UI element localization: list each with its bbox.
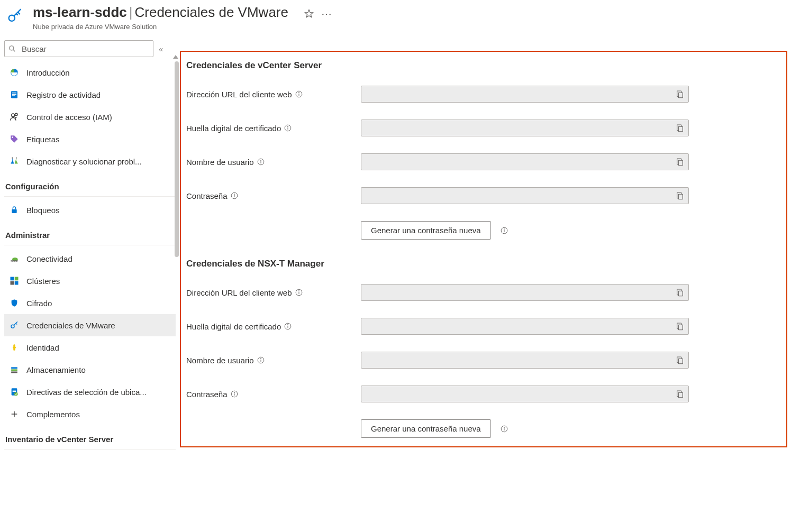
scrollbar[interactable] (175, 61, 179, 257)
sidebar-item-control-acceso[interactable]: Control de acceso (IAM) (4, 106, 176, 128)
svg-rect-21 (15, 277, 19, 281)
field-label: Nombre de usuario (186, 158, 254, 167)
nsxt-username-row: Nombre de usuario (186, 352, 781, 369)
svg-rect-15 (12, 209, 16, 213)
identity-icon (10, 343, 19, 352)
page-title-text: Credenciales de VMware (135, 4, 288, 20)
nsxt-password-field (361, 386, 689, 402)
copy-button[interactable] (675, 355, 685, 365)
info-icon[interactable] (231, 390, 238, 398)
sidebar-item-label: Bloqueos (26, 206, 60, 215)
sidebar-item-almacenamiento[interactable]: Almacenamiento (4, 359, 176, 381)
svg-point-18 (14, 261, 14, 262)
scroll-up-arrow[interactable] (173, 55, 178, 59)
svg-rect-60 (678, 325, 683, 330)
copy-button[interactable] (675, 89, 685, 99)
sidebar-item-bloqueos[interactable]: Bloqueos (4, 199, 176, 221)
info-icon[interactable] (257, 356, 265, 364)
svg-rect-26 (11, 370, 17, 371)
field-label: Dirección URL del cliente web (186, 288, 292, 297)
svg-rect-41 (678, 127, 683, 132)
vcenter-username-row: Nombre de usuario (186, 153, 781, 170)
svg-point-10 (12, 114, 15, 117)
sidebar-item-registro-actividad[interactable]: Registro de actividad (4, 84, 176, 106)
svg-point-55 (298, 291, 299, 291)
main-content: Credenciales de vCenter Server Dirección… (180, 40, 800, 447)
sidebar-item-credenciales-vmware[interactable]: Credenciales de VMware (4, 314, 176, 336)
vcenter-section-title: Credenciales de vCenter Server (186, 60, 781, 71)
encryption-icon (10, 298, 19, 308)
svg-rect-64 (678, 359, 683, 364)
tags-icon (10, 134, 19, 144)
copy-button[interactable] (675, 190, 685, 201)
sidebar-item-label: Clústeres (26, 277, 60, 286)
sidebar-item-conectividad[interactable]: Conectividad (4, 247, 176, 270)
copy-button[interactable] (675, 321, 685, 332)
nsxt-password-row: Contraseña (186, 386, 781, 402)
field-label: Nombre de usuario (186, 356, 254, 365)
info-icon[interactable] (257, 158, 265, 166)
sidebar-item-introduccion[interactable]: Introducción (4, 61, 176, 84)
vcenter-weburl-field (361, 86, 689, 103)
sidebar-item-diagnosticar[interactable]: Diagnosticar y solucionar probl... (4, 150, 176, 172)
addons-icon (10, 409, 19, 419)
sidebar-item-label: Cifrado (26, 299, 52, 308)
svg-rect-7 (12, 93, 16, 93)
search-box (4, 40, 153, 57)
copy-button[interactable] (675, 389, 685, 399)
info-icon[interactable] (501, 227, 508, 234)
page-title: ms-learn-sddc|Credenciales de VMware (33, 4, 288, 21)
sidebar-item-label: Credenciales de VMware (26, 321, 115, 330)
svg-rect-56 (678, 291, 683, 296)
collapse-sidebar-button[interactable]: « (159, 44, 163, 53)
title-separator: | (129, 4, 133, 20)
svg-point-24 (11, 325, 14, 328)
info-icon[interactable] (284, 124, 292, 132)
svg-rect-37 (678, 93, 683, 98)
nsxt-generate-password-button[interactable]: Generar una contraseña nueva (361, 419, 491, 438)
sidebar-item-clusteres[interactable]: Clústeres (4, 270, 176, 292)
field-label: Contraseña (186, 191, 228, 200)
svg-point-40 (288, 126, 288, 127)
svg-rect-22 (11, 281, 14, 285)
sidebar-item-cifrado[interactable]: Cifrado (4, 292, 176, 314)
copy-button[interactable] (675, 157, 685, 167)
copy-button[interactable] (675, 287, 685, 298)
info-icon[interactable] (501, 425, 508, 433)
sidebar-item-label: Diagnosticar y solucionar probl... (26, 157, 142, 166)
svg-point-48 (234, 194, 234, 195)
svg-rect-27 (11, 372, 17, 373)
sidebar-group-inventario: Inventario de vCenter Server (4, 425, 176, 450)
sidebar-item-etiquetas[interactable]: Etiquetas (4, 128, 176, 150)
sidebar-item-complementos[interactable]: Complementos (4, 403, 176, 425)
field-label: Dirección URL del cliente web (186, 90, 292, 99)
copy-button[interactable] (675, 123, 685, 133)
nsxt-section-title: Credenciales de NSX-T Manager (186, 259, 781, 269)
svg-point-44 (260, 160, 261, 161)
svg-rect-49 (678, 195, 683, 199)
sidebar-item-directivas[interactable]: Directivas de selección de ubica... (4, 381, 176, 403)
svg-rect-14 (16, 158, 17, 159)
sidebar-item-identidad[interactable]: Identidad (4, 336, 176, 359)
svg-rect-13 (12, 158, 13, 159)
search-input[interactable] (4, 40, 153, 57)
vcenter-password-field (361, 187, 689, 204)
info-icon[interactable] (284, 323, 292, 330)
svg-rect-23 (15, 281, 19, 285)
svg-point-31 (14, 392, 18, 396)
field-label: Huella digital de certificado (186, 322, 281, 331)
info-icon[interactable] (295, 289, 303, 296)
favorite-button[interactable] (304, 9, 314, 19)
sidebar-nav: Introducción Registro de actividad Contr… (4, 61, 176, 450)
vcenter-generate-password-button[interactable]: Generar una contraseña nueva (361, 221, 491, 240)
info-icon[interactable] (231, 192, 238, 199)
storage-icon (10, 365, 19, 374)
svg-point-17 (12, 261, 12, 262)
svg-rect-29 (13, 390, 16, 390)
more-button[interactable]: ⋯ (321, 7, 332, 20)
vcenter-username-field (361, 153, 689, 170)
page-subtitle: Nube privada de Azure VMware Solution (33, 23, 288, 31)
sidebar-item-label: Directivas de selección de ubica... (26, 388, 147, 397)
clusters-icon (10, 276, 19, 286)
info-icon[interactable] (295, 90, 303, 98)
